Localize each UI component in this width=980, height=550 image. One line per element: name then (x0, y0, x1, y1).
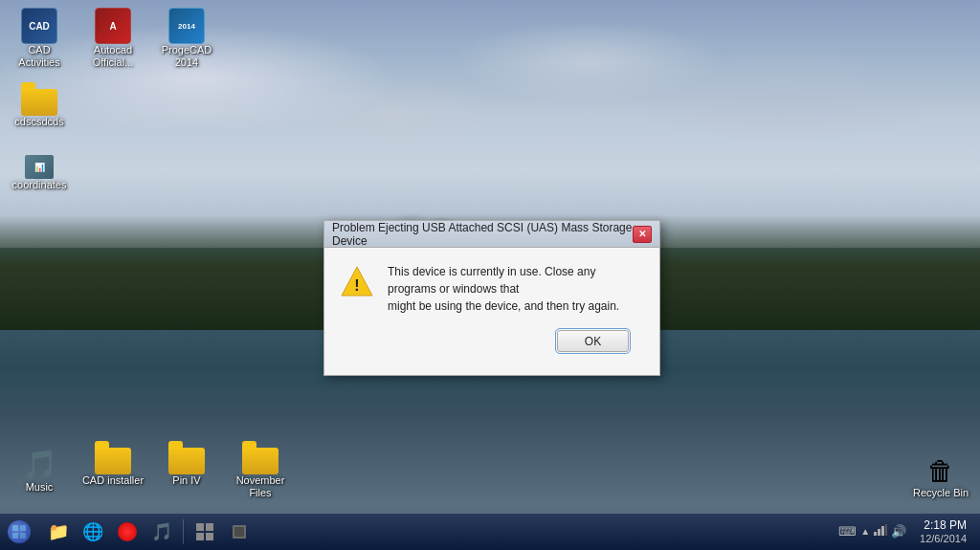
svg-rect-11 (234, 527, 244, 537)
clock-area[interactable]: 2:18 PM 12/6/2014 (914, 517, 972, 547)
taskbar-right-area: ⌨ ▲ 🔊 2:18 PM 12/6/2014 (831, 517, 980, 547)
clock-time: 2:18 PM (924, 518, 967, 532)
dialog-titlebar: Problem Ejecting USB Attached SCSI (UAS)… (324, 221, 659, 248)
svg-rect-5 (20, 533, 26, 539)
up-arrow-tray[interactable]: ▲ (860, 526, 870, 537)
dialog-footer: OK (340, 330, 644, 363)
svg-rect-7 (206, 523, 213, 531)
desktop: CAD CAD Activities A Autocad Official...… (0, 0, 980, 550)
network-tray-icon[interactable] (874, 524, 887, 539)
svg-rect-2 (12, 525, 18, 531)
dialog-close-button[interactable]: ✕ (633, 226, 652, 243)
cube-icon (231, 523, 248, 540)
taskbar-red-app[interactable] (111, 516, 144, 548)
taskbar: 📁 🌐 🎵 (0, 514, 980, 550)
svg-rect-6 (196, 523, 204, 531)
svg-rect-13 (878, 529, 880, 536)
taskbar-chrome[interactable]: 🌐 (77, 516, 109, 548)
warning-triangle-icon: ! (340, 265, 374, 299)
dialog-ok-button[interactable]: OK (557, 330, 629, 352)
warning-icon-container: ! (340, 265, 374, 303)
windows-logo-icon (12, 525, 26, 539)
svg-rect-15 (885, 524, 887, 536)
taskbar-file-explorer[interactable]: 📁 (42, 516, 75, 548)
taskbar-grid-app[interactable] (189, 516, 221, 548)
svg-rect-8 (196, 533, 204, 540)
taskbar-separator-1 (183, 519, 184, 544)
dialog-content-row: ! This device is currently in use. Close… (340, 263, 644, 315)
speaker-tray-icon[interactable]: 🔊 (891, 524, 906, 539)
taskbar-app-icons: 📁 🌐 🎵 (38, 514, 259, 550)
svg-rect-14 (881, 526, 884, 536)
start-orb-icon (8, 520, 31, 543)
svg-rect-3 (20, 525, 26, 531)
grid-icon (196, 523, 213, 540)
svg-rect-4 (12, 533, 18, 539)
dialog-message-line2: might be using the device, and then try … (388, 299, 619, 313)
svg-rect-12 (874, 532, 877, 536)
clock-date: 12/6/2014 (920, 533, 967, 545)
system-tray: ⌨ ▲ 🔊 (838, 524, 906, 539)
taskbar-media-player[interactable]: 🎵 (145, 516, 178, 548)
dialog-overlay: Problem Ejecting USB Attached SCSI (UAS)… (0, 0, 980, 550)
signal-bars-icon (874, 524, 887, 536)
start-button[interactable] (0, 514, 38, 550)
dialog-title: Problem Ejecting USB Attached SCSI (UAS)… (332, 221, 633, 248)
taskbar-cube-app[interactable] (223, 516, 256, 548)
dialog-message: This device is currently in use. Close a… (388, 263, 644, 315)
dialog-message-line1: This device is currently in use. Close a… (388, 265, 595, 296)
eject-error-dialog: Problem Ejecting USB Attached SCSI (UAS)… (323, 220, 660, 376)
dialog-body: ! This device is currently in use. Close… (324, 248, 659, 375)
keyboard-tray-icon[interactable]: ⌨ (838, 524, 857, 539)
svg-text:!: ! (354, 277, 359, 294)
svg-rect-9 (206, 533, 213, 540)
